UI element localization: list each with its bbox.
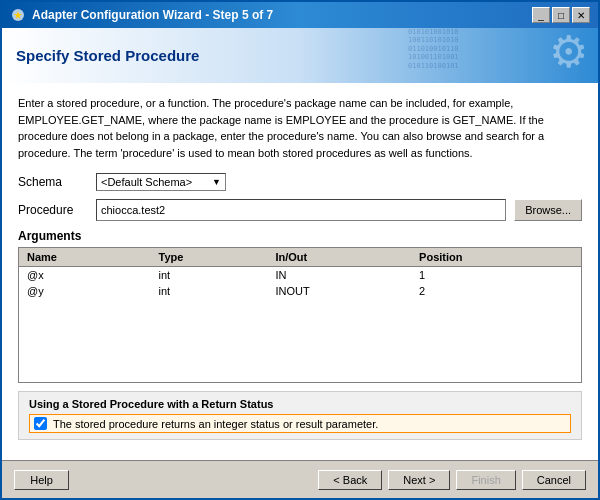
window-icon <box>10 7 26 23</box>
table-cell-name: @x <box>19 267 151 284</box>
main-content: Enter a stored procedure, or a function.… <box>2 83 598 460</box>
procedure-input[interactable] <box>96 199 506 221</box>
schema-row: Schema <Default Schema> ▼ <box>18 173 582 191</box>
table-cell-inout: IN <box>267 267 411 284</box>
maximize-button[interactable]: □ <box>552 7 570 23</box>
return-status-checkbox-label: The stored procedure returns an integer … <box>53 418 378 430</box>
wizard-window: Adapter Configuration Wizard - Step 5 of… <box>0 0 600 500</box>
title-bar: Adapter Configuration Wizard - Step 5 of… <box>2 2 598 28</box>
procedure-label: Procedure <box>18 203 88 217</box>
close-button[interactable]: ✕ <box>572 7 590 23</box>
footer-right: < Back Next > Finish Cancel <box>318 470 586 490</box>
arguments-section-title: Arguments <box>18 229 582 243</box>
schema-dropdown[interactable]: <Default Schema> ▼ <box>96 173 226 191</box>
table-cell-position: 1 <box>411 267 581 284</box>
chevron-down-icon: ▼ <box>212 177 221 187</box>
checkbox-highlight-row: The stored procedure returns an integer … <box>29 414 571 433</box>
description-text: Enter a stored procedure, or a function.… <box>18 95 582 161</box>
col-header-name: Name <box>19 248 151 267</box>
browse-button[interactable]: Browse... <box>514 199 582 221</box>
col-header-type: Type <box>151 248 268 267</box>
window-controls: _ □ ✕ <box>532 7 590 23</box>
table-cell-name: @y <box>19 283 151 299</box>
table-row: @yintINOUT2 <box>19 283 581 299</box>
header-banner: 010101001010 100110101010 011010010110 1… <box>2 28 598 83</box>
return-status-checkbox[interactable] <box>34 417 47 430</box>
finish-button[interactable]: Finish <box>456 470 515 490</box>
return-status-title: Using a Stored Procedure with a Return S… <box>29 398 571 410</box>
gear-icon: ⚙ <box>549 30 588 74</box>
arguments-table: Name Type In/Out Position @xintIN1@yintI… <box>19 248 581 299</box>
back-button[interactable]: < Back <box>318 470 382 490</box>
table-cell-type: int <box>151 283 268 299</box>
arguments-panel: Name Type In/Out Position @xintIN1@yintI… <box>18 247 582 383</box>
page-title: Specify Stored Procedure <box>16 47 199 64</box>
next-button[interactable]: Next > <box>388 470 450 490</box>
table-cell-type: int <box>151 267 268 284</box>
footer-left: Help <box>14 470 69 490</box>
procedure-row: Procedure Browse... <box>18 199 582 221</box>
minimize-button[interactable]: _ <box>532 7 550 23</box>
col-header-inout: In/Out <box>267 248 411 267</box>
cancel-button[interactable]: Cancel <box>522 470 586 490</box>
table-cell-inout: INOUT <box>267 283 411 299</box>
footer: Help < Back Next > Finish Cancel <box>2 460 598 498</box>
return-status-section: Using a Stored Procedure with a Return S… <box>18 391 582 440</box>
table-row: @xintIN1 <box>19 267 581 284</box>
window-title: Adapter Configuration Wizard - Step 5 of… <box>32 8 526 22</box>
help-button[interactable]: Help <box>14 470 69 490</box>
col-header-position: Position <box>411 248 581 267</box>
decorative-pattern: 010101001010 100110101010 011010010110 1… <box>408 28 528 83</box>
schema-label: Schema <box>18 175 88 189</box>
table-cell-position: 2 <box>411 283 581 299</box>
schema-dropdown-value: <Default Schema> <box>101 176 208 188</box>
